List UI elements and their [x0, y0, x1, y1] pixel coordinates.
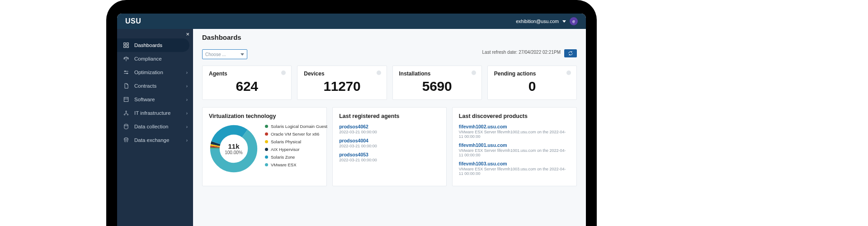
sliders-icon — [123, 69, 130, 75]
choose-select[interactable]: Choose ... — [202, 49, 247, 59]
donut-legend: Solaris Logical Domain GuestOracle VM Se… — [265, 124, 327, 170]
agent-timestamp: 2022-03-21 00:00:00 — [339, 158, 440, 162]
legend-label: Solaris Logical Domain Guest — [271, 124, 327, 129]
chevron-down-icon — [562, 20, 566, 23]
info-icon[interactable] — [472, 71, 476, 75]
product-link[interactable]: fifevmh1002.usu.com — [459, 124, 570, 129]
panel-title: Virtualization technology — [209, 113, 320, 119]
svg-rect-1 — [127, 43, 128, 45]
list-item: fifevmh1001.usu.comVMware ESX Server fif… — [459, 142, 570, 157]
refresh-icon — [568, 51, 573, 56]
network-icon — [123, 110, 130, 116]
svg-rect-0 — [124, 43, 126, 45]
panel-title: Last discovered products — [459, 113, 570, 119]
panel-title: Last registered agents — [339, 113, 440, 119]
document-icon — [123, 83, 130, 89]
avatar: e — [570, 17, 578, 25]
chevron-right-icon: › — [186, 70, 188, 75]
metric-value: 0 — [494, 79, 570, 94]
metric-label: Installations — [399, 71, 475, 77]
list-item: prodsos40532022-03-21 00:00:00 — [339, 152, 440, 162]
agent-link[interactable]: prodsos4053 — [339, 152, 440, 157]
toolbar: Choose ... Last refresh date: 27/04/2022… — [202, 49, 577, 59]
user-menu[interactable]: exhibition@usu.com e — [516, 17, 578, 25]
sidebar-item-label: Optimization — [134, 70, 163, 75]
legend-item[interactable]: VMware ESX — [265, 162, 327, 167]
metric-label: Devices — [304, 71, 380, 77]
sidebar-item-label: Contracts — [134, 83, 156, 89]
legend-label: Solaris Physical — [271, 139, 301, 144]
metric-label: Pending actions — [494, 71, 570, 77]
sidebar-item-optimization[interactable]: Optimization › — [117, 66, 193, 79]
metric-label: Agents — [209, 71, 285, 77]
device-frame: USU exhibition@usu.com e × Dashboards — [106, 0, 597, 226]
agent-link[interactable]: prodsos4004 — [339, 138, 440, 143]
legend-color-dot — [265, 140, 268, 143]
sidebar-item-label: Data exchange — [134, 137, 169, 143]
close-icon[interactable]: × — [186, 31, 189, 38]
chevron-right-icon: › — [186, 84, 188, 89]
panel-last-products: Last discovered products fifevmh1002.usu… — [452, 107, 577, 186]
chevron-right-icon: › — [186, 124, 188, 129]
info-icon[interactable] — [377, 71, 381, 75]
svg-point-10 — [124, 124, 128, 126]
refresh-text: Last refresh date: 27/04/2022 02:21PM — [482, 49, 561, 55]
sidebar-item-label: Dashboards — [134, 42, 162, 48]
product-description: VMware ESX Server fifevmh1003.usu.com on… — [459, 167, 570, 176]
sidebar-item-software[interactable]: Software › — [117, 93, 193, 106]
legend-item[interactable]: Solaris Logical Domain Guest — [265, 124, 327, 129]
sidebar-item-compliance[interactable]: Compliance — [117, 52, 193, 66]
legend-item[interactable]: Solaris Zone — [265, 155, 327, 160]
legend-label: AIX Hypervisor — [271, 147, 299, 152]
panel-last-agents: Last registered agents prodsos40622022-0… — [332, 107, 447, 186]
product-description: VMware ESX Server fifevmh1002.usu.com on… — [459, 130, 570, 139]
info-icon[interactable] — [281, 71, 286, 75]
chevron-right-icon: › — [186, 97, 188, 102]
metric-card-devices[interactable]: Devices 11270 — [297, 66, 387, 100]
device-screen: USU exhibition@usu.com e × Dashboards — [117, 14, 586, 226]
list-item: fifevmh1003.usu.comVMware ESX Server fif… — [459, 161, 570, 176]
metric-card-installations[interactable]: Installations 5690 — [392, 66, 482, 100]
donut-chart[interactable]: 11k 100.00% — [209, 124, 259, 174]
sidebar-item-dashboards[interactable]: Dashboards — [117, 38, 189, 52]
legend-item[interactable]: AIX Hypervisor — [265, 147, 327, 152]
panel-virtualization: Virtualization technology 11k 100.00% So… — [202, 107, 327, 186]
sidebar-item-label: Data collection — [134, 124, 168, 129]
chevron-down-icon — [241, 53, 244, 56]
package-icon — [123, 96, 130, 103]
svg-rect-2 — [124, 46, 126, 47]
svg-point-9 — [127, 114, 128, 115]
sidebar: × Dashboards Compliance — [117, 29, 193, 226]
info-icon[interactable] — [566, 71, 571, 75]
legend-item[interactable]: Oracle VM Server for x86 — [265, 132, 327, 137]
database-icon — [123, 123, 130, 130]
main: Dashboards Choose ... Last refresh date:… — [193, 29, 586, 226]
list-item: prodsos40622022-03-21 00:00:00 — [339, 124, 440, 134]
sidebar-item-data-exchange[interactable]: Data exchange › — [117, 133, 193, 147]
sidebar-item-contracts[interactable]: Contracts › — [117, 79, 193, 93]
legend-color-dot — [265, 163, 268, 166]
metric-card-pending[interactable]: Pending actions 0 — [487, 66, 577, 100]
exchange-icon — [123, 137, 130, 143]
legend-color-dot — [265, 148, 268, 151]
metric-card-agents[interactable]: Agents 624 — [202, 66, 292, 100]
sidebar-item-data-collection[interactable]: Data collection › — [117, 120, 193, 133]
svg-rect-6 — [124, 97, 128, 101]
page-title: Dashboards — [202, 33, 577, 41]
product-link[interactable]: fifevmh1001.usu.com — [459, 142, 570, 148]
svg-rect-3 — [127, 46, 128, 47]
legend-color-dot — [265, 132, 268, 136]
scale-icon — [123, 56, 130, 62]
legend-color-dot — [265, 155, 268, 159]
product-link[interactable]: fifevmh1003.usu.com — [459, 161, 570, 166]
svg-point-7 — [126, 111, 127, 112]
metric-value: 11270 — [304, 79, 380, 94]
agent-timestamp: 2022-03-21 00:00:00 — [339, 144, 440, 148]
metric-value: 5690 — [399, 79, 475, 94]
chevron-right-icon: › — [186, 138, 188, 143]
sidebar-item-it-infrastructure[interactable]: IT infrastructure › — [117, 106, 193, 120]
chevron-right-icon: › — [186, 111, 188, 116]
refresh-button[interactable] — [564, 49, 577, 57]
legend-item[interactable]: Solaris Physical — [265, 139, 327, 144]
agent-link[interactable]: prodsos4062 — [339, 124, 440, 129]
